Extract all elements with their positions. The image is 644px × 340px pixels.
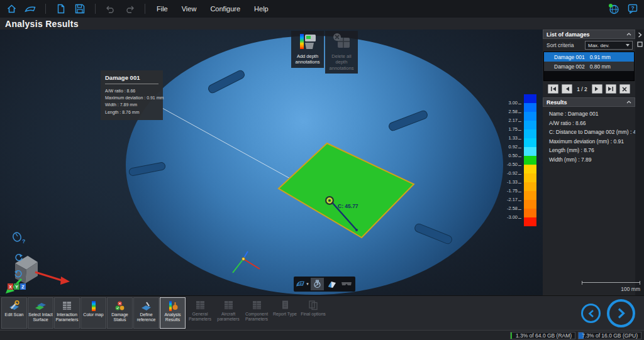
result-length: Length (mm) : 8.76 bbox=[549, 147, 633, 153]
first-page-button[interactable] bbox=[548, 84, 558, 94]
workflow-step-analysis-results[interactable]: Analysis Results bbox=[160, 297, 186, 329]
damage-list-item[interactable]: Damage 001 0.91 mm bbox=[544, 52, 634, 62]
collapse-up-icon[interactable] bbox=[626, 101, 631, 104]
damage-tooltip: Damage 001 A/W ratio : 8.66 Maximum devi… bbox=[101, 70, 163, 120]
color-scale-tick: 1.75 bbox=[500, 126, 521, 132]
workflow-step-edit-scan[interactable]: Edit Scan bbox=[1, 297, 27, 329]
page-title: Analysis Results bbox=[5, 19, 79, 29]
workflow-step-general-parameters: General Parameters bbox=[186, 297, 214, 329]
collapse-up-icon[interactable] bbox=[626, 33, 631, 36]
color-scale-band bbox=[524, 121, 536, 129]
color-map-icon bbox=[91, 300, 97, 312]
view-orientation-button[interactable] bbox=[311, 278, 324, 290]
mesh-display-button[interactable]: ▼ bbox=[296, 278, 309, 290]
tooltip-aw-ratio: A/W ratio : 8.66 bbox=[105, 87, 158, 94]
chevron-right-icon bbox=[616, 307, 626, 319]
toolbar-divider bbox=[45, 4, 46, 14]
result-width: Width (mm) : 7.89 bbox=[549, 156, 633, 163]
damages-pager: 1 / 2 bbox=[543, 81, 635, 97]
damages-panel-header: List of damages bbox=[543, 30, 635, 39]
color-scale-band bbox=[524, 173, 536, 182]
edit-scan-icon bbox=[8, 300, 20, 312]
network-globe-icon[interactable] bbox=[608, 3, 620, 15]
panel-expand-icon[interactable] bbox=[638, 32, 642, 38]
distance-label: C: 45.77 bbox=[338, 203, 358, 209]
damage-region-patch[interactable] bbox=[279, 143, 414, 238]
workflow-step-define-reference[interactable]: Define reference bbox=[133, 297, 159, 329]
next-step-button[interactable] bbox=[607, 299, 635, 327]
color-scale-band bbox=[524, 191, 536, 200]
color-scale-band bbox=[524, 129, 536, 138]
damage-status-icon bbox=[114, 300, 126, 312]
color-scale-tick: 0.92 bbox=[500, 144, 521, 150]
workflow-step-select-intact-surface[interactable]: Select Intact Surface bbox=[28, 297, 53, 329]
damage-value: 0.91 mm bbox=[590, 54, 611, 60]
color-scale-band bbox=[524, 156, 536, 165]
color-scale-band bbox=[524, 94, 536, 103]
status-bar: 1.3% of 64.0 GB (RAM) 7.3% of 16.0 GB (G… bbox=[0, 330, 644, 340]
results-rows: Name : Damage 001 A/W ratio : 8.66 C: Di… bbox=[543, 107, 635, 163]
top-toolbar: File View Configure Help ? bbox=[0, 0, 644, 18]
last-page-button[interactable] bbox=[606, 84, 616, 94]
color-scale-tick: -1.75 bbox=[500, 188, 521, 194]
damages-panel-title: List of damages bbox=[547, 31, 590, 38]
axis-y-label: Y bbox=[14, 283, 19, 290]
workflow-step-interaction-parameters[interactable]: Interaction Parameters bbox=[54, 297, 80, 329]
damage-marker[interactable] bbox=[326, 197, 333, 204]
color-scale-tick: -1.33 bbox=[500, 179, 521, 185]
color-scale-tick: -0.50 bbox=[500, 162, 521, 167]
damage-list-item[interactable]: Damage 002 0.80 mm bbox=[544, 62, 634, 71]
final-options-icon bbox=[308, 299, 319, 311]
color-scale-tick: 2.58 bbox=[500, 109, 521, 114]
tooltip-length: Length : 8.76 mm bbox=[105, 109, 158, 116]
color-scale-tick: -2.58 bbox=[500, 206, 521, 211]
previous-step-button[interactable] bbox=[581, 304, 601, 323]
color-scale-band bbox=[524, 112, 536, 121]
result-aw-ratio: A/W ratio : 8.66 bbox=[549, 120, 633, 126]
new-document-icon[interactable] bbox=[55, 3, 67, 15]
previous-page-button[interactable] bbox=[562, 84, 572, 94]
svg-text:?: ? bbox=[22, 238, 25, 244]
damages-list: Damage 001 0.91 mm Damage 002 0.80 mm bbox=[543, 52, 635, 81]
color-scale-band bbox=[524, 165, 536, 173]
mouse-help-icon[interactable]: ? bbox=[11, 232, 25, 248]
color-scale-tick: 2.17 bbox=[500, 118, 521, 123]
sort-criteria-dropdown[interactable]: Max. dev. bbox=[585, 41, 633, 50]
color-scale-tick: -0.92 bbox=[500, 170, 521, 176]
stereo-glasses-button[interactable] bbox=[340, 278, 353, 290]
rotate-ccw-icon[interactable] bbox=[14, 269, 23, 282]
next-page-button[interactable] bbox=[592, 84, 602, 94]
workflow-step-final-options: Final options bbox=[299, 297, 327, 329]
rotate-cw-icon[interactable] bbox=[14, 253, 23, 265]
select-intact-surface-icon bbox=[35, 300, 47, 312]
menu-view[interactable]: View bbox=[182, 5, 197, 13]
save-icon[interactable] bbox=[74, 3, 86, 15]
surface-icon[interactable] bbox=[24, 3, 36, 15]
page-indicator: 1 / 2 bbox=[577, 86, 587, 92]
mesh-dropdown-caret: ▼ bbox=[306, 282, 309, 286]
color-scale-band bbox=[524, 209, 536, 217]
deselect-button[interactable] bbox=[619, 84, 630, 94]
3d-viewport[interactable]: Damage 001 A/W ratio : 8.66 Maximum devi… bbox=[0, 30, 543, 295]
surface-display-button[interactable] bbox=[325, 278, 338, 290]
ram-usage: 1.3% of 64.0 GB (RAM) bbox=[510, 332, 575, 339]
add-depth-annotations-button[interactable]: Add depth annotations bbox=[291, 31, 324, 68]
result-distance: C: Distance to Damage 002 (mm) : 45.77 bbox=[549, 129, 633, 135]
results-panel-title: Results bbox=[547, 99, 567, 106]
menu-file[interactable]: File bbox=[157, 5, 168, 13]
help-chat-icon[interactable]: ? bbox=[626, 3, 639, 15]
toolbar-divider bbox=[95, 4, 96, 14]
menu-help[interactable]: Help bbox=[254, 5, 269, 13]
scale-bar-label: 100 mm bbox=[582, 286, 640, 292]
color-scale-band bbox=[524, 182, 536, 191]
workflow-step-damage-status[interactable]: Damage Status bbox=[107, 297, 133, 329]
color-scale-band bbox=[524, 138, 536, 147]
color-scale-tick: 1.33 bbox=[500, 135, 521, 141]
home-icon[interactable] bbox=[5, 3, 18, 15]
menu-configure[interactable]: Configure bbox=[210, 5, 240, 13]
workflow-step-color-map[interactable]: Color map bbox=[80, 297, 106, 329]
scale-bar-line bbox=[582, 282, 640, 285]
panel-layout-icon[interactable] bbox=[637, 41, 643, 47]
toolbar-divider bbox=[145, 4, 145, 14]
xyz-axis-badge: X Y Z bbox=[8, 283, 26, 290]
